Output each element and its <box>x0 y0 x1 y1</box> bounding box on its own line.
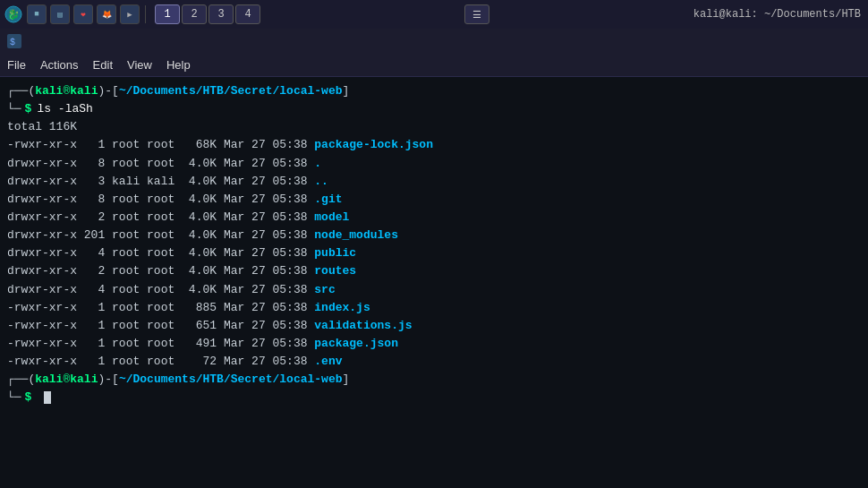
menu-help[interactable]: Help <box>166 58 191 72</box>
list-item: -rwxr-xr-x 1 root root 72 Mar 27 05:38 .… <box>7 353 861 371</box>
tab-group: 1 2 3 4 <box>155 4 260 24</box>
prompt-line-1: ┌──(kali®kali)-[~/Documents/HTB/Secret/l… <box>7 82 861 100</box>
taskbar-app-1[interactable]: ■ <box>27 4 47 24</box>
list-item: drwxr-xr-x 2 root root 4.0K Mar 27 05:38… <box>7 209 861 227</box>
titlebar-user-path: kali@kali: ~/Documents/HTB <box>694 8 864 21</box>
taskbar-app-2[interactable]: ▤ <box>50 4 70 24</box>
tab-4[interactable]: 4 <box>235 4 260 24</box>
svg-text:$: $ <box>10 38 15 47</box>
list-item: -rwxr-xr-x 1 root root 68K Mar 27 05:38 … <box>7 136 861 154</box>
menu-edit[interactable]: Edit <box>93 58 113 72</box>
taskbar-app-5[interactable]: ▶ <box>120 4 140 24</box>
menu-view[interactable]: View <box>127 58 152 72</box>
list-item: drwxr-xr-x 3 kali kali 4.0K Mar 27 05:38… <box>7 173 861 191</box>
list-item: drwxr-xr-x 2 root root 4.0K Mar 27 05:38… <box>7 262 861 280</box>
list-item: -rwxr-xr-x 1 root root 885 Mar 27 05:38 … <box>7 299 861 317</box>
prompt-line-2: ┌──(kali®kali)-[~/Documents/HTB/Secret/l… <box>7 371 861 389</box>
list-item: drwxr-xr-x 8 root root 4.0K Mar 27 05:38… <box>7 155 861 173</box>
menu-actions[interactable]: Actions <box>40 58 79 72</box>
list-item: -rwxr-xr-x 1 root root 491 Mar 27 05:38 … <box>7 335 861 353</box>
svg-text:🐉: 🐉 <box>7 8 20 21</box>
list-item: -rwxr-xr-x 1 root root 651 Mar 27 05:38 … <box>7 317 861 335</box>
taskbar-separator <box>145 5 146 23</box>
taskbar-app-3[interactable]: ❤ <box>73 4 93 24</box>
total-line: total 116K <box>7 118 861 136</box>
prompt-input-line[interactable]: └─$ <box>7 389 861 407</box>
entries-list: -rwxr-xr-x 1 root root 68K Mar 27 05:38 … <box>7 136 861 371</box>
kali-dragon-icon[interactable]: 🐉 <box>4 4 23 24</box>
menubar: File Actions Edit View Help <box>0 54 868 77</box>
list-item: drwxr-xr-x 8 root root 4.0K Mar 27 05:38… <box>7 191 861 209</box>
list-item: drwxr-xr-x 4 root root 4.0K Mar 27 05:38… <box>7 281 861 299</box>
taskbar-menu-icon[interactable]: ☰ <box>464 4 489 24</box>
taskbar-app-4[interactable]: 🦊 <box>97 4 116 24</box>
tab-2[interactable]: 2 <box>182 4 207 24</box>
terminal-window-icon: $ <box>7 34 21 48</box>
tab-3[interactable]: 3 <box>208 4 234 24</box>
titlebar: $ <box>0 29 868 54</box>
cursor <box>44 391 51 404</box>
tab-1[interactable]: 1 <box>155 4 180 24</box>
taskbar: 🐉 ■ ▤ ❤ 🦊 ▶ 1 2 3 4 ☰ kali@kali: ~/Docum… <box>0 0 868 29</box>
terminal-content[interactable]: ┌──(kali®kali)-[~/Documents/HTB/Secret/l… <box>0 77 868 488</box>
prompt-cmd-line: └─$ls -laSh <box>7 100 861 118</box>
menu-file[interactable]: File <box>7 58 26 72</box>
list-item: drwxr-xr-x 201 root root 4.0K Mar 27 05:… <box>7 227 861 244</box>
list-item: drwxr-xr-x 4 root root 4.0K Mar 27 05:38… <box>7 244 861 262</box>
